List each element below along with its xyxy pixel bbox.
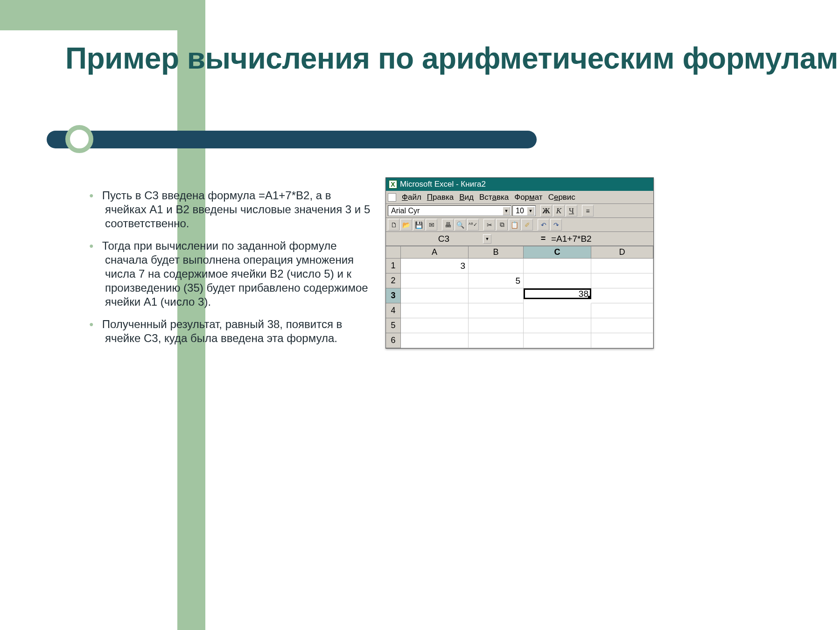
divider-ring-icon (65, 125, 93, 153)
menu-file[interactable]: Файл (399, 193, 424, 202)
cell-A2[interactable] (401, 273, 469, 288)
font-name: Arial Cyr (391, 207, 420, 215)
formula-bar: C3 ▼ = =A1+7*B2 (386, 232, 653, 246)
mail-button[interactable]: ✉ (426, 219, 437, 231)
row-header-4[interactable]: 4 (386, 303, 401, 318)
row-header-1[interactable]: 1 (386, 259, 401, 273)
cell-D6[interactable] (591, 333, 653, 348)
dropdown-arrow-icon: ▼ (483, 234, 491, 244)
cell-B3[interactable] (469, 288, 524, 303)
italic-button[interactable]: К (553, 205, 565, 217)
titlebar: X Microsoft Excel - Книга2 (386, 178, 653, 191)
bold-button[interactable]: Ж (540, 205, 552, 217)
undo-button[interactable]: ↶ (538, 219, 549, 231)
cell-D5[interactable] (591, 318, 653, 333)
col-header-D[interactable]: D (591, 246, 653, 259)
cell-B5[interactable] (469, 318, 524, 333)
row-header-5[interactable]: 5 (386, 318, 401, 333)
excel-logo-icon: X (389, 180, 397, 189)
bullet-item: Пусть в С3 введена формула =А1+7*В2, а в… (105, 189, 371, 231)
menu-format[interactable]: Формат (511, 193, 545, 202)
cell-A3[interactable] (401, 288, 469, 303)
slide-title: Пример вычисления по арифметическим форм… (65, 42, 838, 75)
cell-C4[interactable] (524, 303, 591, 318)
format-toolbar: Arial Cyr ▼ 10 ▼ Ж К Ч ≡ (386, 204, 653, 218)
cell-C3[interactable]: 38 (524, 288, 591, 299)
cell-C6[interactable] (524, 333, 591, 348)
spell-button[interactable]: ᴬᴮ✓ (467, 219, 479, 231)
menu-insert[interactable]: Вставка (476, 193, 511, 202)
col-header-B[interactable]: B (469, 246, 524, 259)
cell-A6[interactable] (401, 333, 469, 348)
cell-C5[interactable] (524, 318, 591, 333)
font-size: 10 (516, 207, 524, 215)
cell-D1[interactable] (591, 259, 653, 273)
save-button[interactable]: 💾 (413, 219, 425, 231)
bullet-item: Полученный результат, равный 38, появитс… (105, 317, 371, 345)
cell-C2[interactable] (524, 273, 591, 288)
cell-C1[interactable] (524, 259, 591, 273)
cell-B1[interactable] (469, 259, 524, 273)
redo-button[interactable]: ↷ (550, 219, 562, 231)
excel-window: X Microsoft Excel - Книга2 Файл Правка В… (385, 177, 654, 349)
row-header-2[interactable]: 2 (386, 273, 401, 288)
underline-button[interactable]: Ч (566, 205, 577, 217)
open-button[interactable]: 📂 (400, 219, 412, 231)
cell-B4[interactable] (469, 303, 524, 318)
dropdown-arrow-icon: ▼ (503, 207, 510, 215)
font-size-select[interactable]: 10 ▼ (512, 205, 536, 216)
dropdown-arrow-icon: ▼ (527, 207, 534, 215)
copy-button[interactable]: ⧉ (496, 219, 508, 231)
title-divider (47, 131, 537, 148)
cell-A5[interactable] (401, 318, 469, 333)
bullet-list: Пусть в С3 введена формула =А1+7*В2, а в… (82, 177, 371, 357)
cell-B6[interactable] (469, 333, 524, 348)
row-header-6[interactable]: 6 (386, 333, 401, 348)
col-header-C[interactable]: C (524, 246, 591, 259)
format-painter-button[interactable]: ✐ (521, 219, 533, 231)
cell-D2[interactable] (591, 273, 653, 288)
preview-button[interactable]: 🔍 (455, 219, 466, 231)
align-button[interactable]: ≡ (582, 205, 594, 217)
cell-A4[interactable] (401, 303, 469, 318)
window-title: Microsoft Excel - Книга2 (400, 180, 486, 189)
cut-button[interactable]: ✂ (483, 219, 495, 231)
name-box[interactable]: C3 ▼ (406, 233, 481, 245)
font-select[interactable]: Arial Cyr ▼ (388, 205, 511, 216)
print-button[interactable]: 🖶 (442, 219, 454, 231)
cell-B2[interactable]: 5 (469, 273, 524, 288)
paste-button[interactable]: 📋 (509, 219, 520, 231)
bullet-item: Тогда при вычислении по заданной формуле… (105, 239, 371, 309)
equals-button[interactable]: = (538, 234, 548, 244)
cell-D4[interactable] (591, 303, 653, 318)
new-button[interactable]: 🗋 (388, 219, 399, 231)
row-header-3[interactable]: 3 (386, 288, 401, 303)
menubar: Файл Правка Вид Вставка Формат Сервис (386, 191, 653, 204)
col-header-A[interactable]: A (401, 246, 469, 259)
spreadsheet-grid: A B C D 1 3 2 5 3 (386, 246, 653, 348)
document-icon (388, 193, 396, 202)
select-all-corner[interactable] (386, 246, 401, 259)
cell-A1[interactable]: 3 (401, 259, 469, 273)
menu-edit[interactable]: Правка (424, 193, 456, 202)
formula-input[interactable]: =A1+7*B2 (551, 234, 592, 244)
standard-toolbar: 🗋 📂 💾 ✉ 🖶 🔍 ᴬᴮ✓ ✂ ⧉ 📋 ✐ ↶ ↷ (386, 218, 653, 232)
cell-D3[interactable] (591, 288, 653, 303)
menu-service[interactable]: Сервис (546, 193, 578, 202)
menu-view[interactable]: Вид (456, 193, 476, 202)
